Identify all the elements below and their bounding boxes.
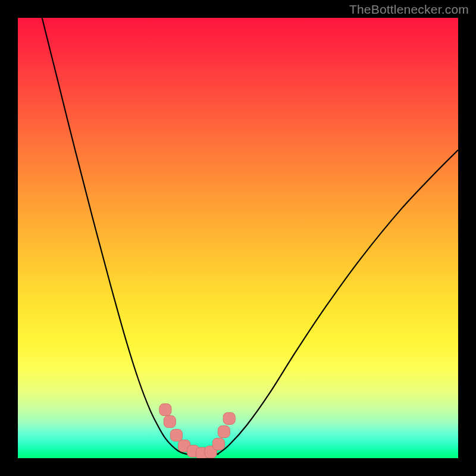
data-marker <box>218 426 230 438</box>
watermark-text: TheBottlenecker.com <box>349 2 469 17</box>
plot-area <box>18 18 458 458</box>
bottleneck-curve <box>42 18 458 455</box>
data-marker <box>159 404 171 416</box>
data-marker <box>164 416 176 428</box>
data-marker <box>170 430 182 441</box>
curve-layer <box>18 18 458 458</box>
data-marker <box>212 438 224 450</box>
chart-frame: TheBottlenecker.com <box>0 0 476 476</box>
data-marker <box>223 412 235 424</box>
